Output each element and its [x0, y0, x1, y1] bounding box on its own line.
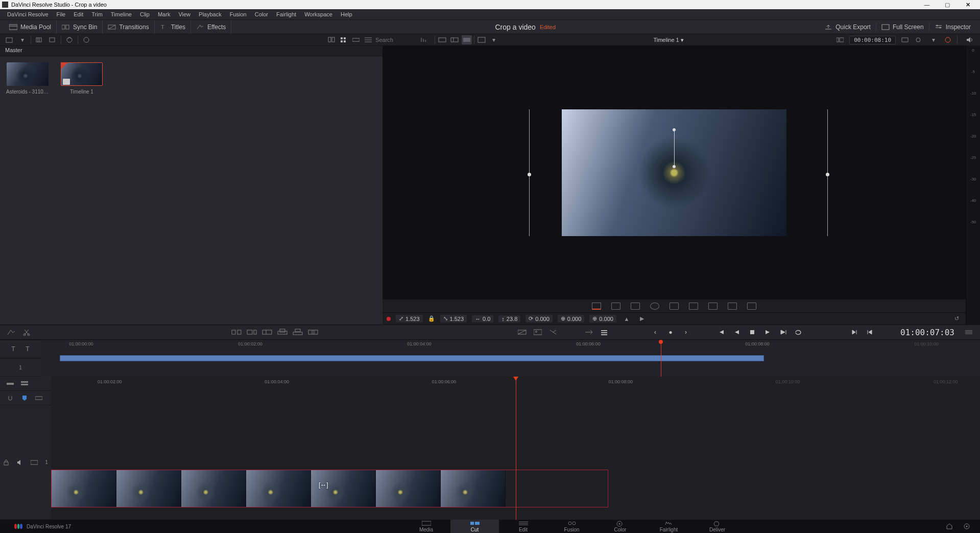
append-icon[interactable] — [247, 328, 257, 337]
reset-icon[interactable]: ↺ — [951, 314, 962, 323]
home-icon[interactable] — [944, 522, 954, 531]
anchor-y-field[interactable]: ⊕0.000 — [589, 315, 616, 322]
flag-icon[interactable] — [34, 393, 44, 403]
search-input[interactable] — [375, 37, 416, 43]
upper-playhead[interactable] — [661, 340, 661, 377]
nav-prev-icon[interactable]: ‹ — [650, 328, 660, 336]
timeline-mode-icon[interactable] — [5, 379, 15, 388]
page-tab-media[interactable]: Media — [402, 520, 450, 533]
full-screen-button[interactable]: Full Screen — [876, 24, 929, 31]
marker-icon[interactable] — [19, 393, 30, 403]
tools-icon[interactable] — [599, 328, 609, 337]
menu-mark[interactable]: Mark — [154, 9, 174, 19]
crop-handle-right[interactable] — [827, 109, 828, 236]
bin-path[interactable]: Master — [0, 46, 383, 56]
media-pool-button[interactable]: Media Pool — [4, 20, 57, 34]
tools-composite-icon[interactable] — [650, 303, 659, 310]
thumbnail-view-icon[interactable] — [339, 35, 349, 44]
text-tool-2-icon[interactable]: T — [22, 344, 33, 354]
crop-top-handle[interactable] — [673, 128, 676, 131]
list-view-icon[interactable] — [363, 35, 373, 44]
sort-icon[interactable] — [418, 35, 428, 44]
timeline-view-2-icon[interactable] — [19, 379, 30, 388]
flip-h-icon[interactable]: ▲ — [622, 314, 632, 323]
first-frame-button[interactable] — [716, 328, 727, 336]
play-button[interactable] — [762, 328, 773, 336]
text-tool-icon[interactable]: T — [8, 344, 18, 354]
video-track-icon[interactable] — [31, 458, 38, 467]
track-header-upper[interactable]: 1 — [0, 358, 41, 377]
zoom-y-field[interactable]: ⤡1.523 — [440, 315, 467, 322]
close-up-icon[interactable] — [277, 328, 288, 337]
loop-button[interactable] — [793, 328, 803, 336]
split-clip-icon[interactable] — [21, 328, 32, 337]
crop-handle-left[interactable] — [529, 109, 530, 236]
tools-speed-icon[interactable] — [670, 303, 679, 310]
menu-clip[interactable]: Clip — [136, 9, 154, 19]
menu-workspace[interactable]: Workspace — [300, 9, 337, 19]
lock-icon[interactable] — [3, 458, 9, 467]
clip-item[interactable]: Timeline 1 — [60, 62, 103, 95]
menu-color[interactable]: Color — [251, 9, 272, 19]
tools-lens-icon[interactable] — [708, 303, 718, 310]
cut-icon[interactable] — [548, 328, 558, 337]
sync-clips-icon[interactable] — [584, 328, 594, 337]
close-button[interactable]: ✕ — [958, 2, 978, 8]
jump-prev-button[interactable] — [865, 328, 875, 336]
transition-icon[interactable] — [517, 328, 528, 337]
smart-insert-icon[interactable] — [231, 328, 242, 337]
tools-crop-icon[interactable] — [611, 303, 620, 310]
options-icon[interactable] — [914, 35, 924, 44]
position-x-field[interactable]: ↔0.0 — [472, 315, 493, 322]
tools-dynamic-zoom-icon[interactable] — [631, 303, 640, 310]
ripple-overwrite-icon[interactable] — [262, 328, 272, 337]
anchor-x-field[interactable]: ⊕0.000 — [558, 315, 585, 322]
menu-file[interactable]: File — [53, 9, 70, 19]
bypass-icon[interactable] — [900, 35, 910, 44]
menu-edit[interactable]: Edit — [69, 9, 87, 19]
tools-color-icon[interactable] — [728, 303, 737, 310]
sync-bin-button[interactable]: Sync Bin — [57, 20, 103, 34]
playback-timecode[interactable]: 01:00:07:03 — [900, 328, 954, 337]
titles-button[interactable]: T Titles — [155, 20, 191, 34]
menu-trim[interactable]: Trim — [87, 9, 107, 19]
lower-playhead[interactable] — [516, 377, 516, 520]
video-clip[interactable]: [↔] — [51, 470, 608, 507]
viewer-timecode[interactable]: 00:00:08:10 — [849, 36, 896, 44]
safe-area-icon[interactable] — [476, 35, 487, 44]
play-reverse-button[interactable] — [732, 328, 742, 336]
import-folder-icon[interactable]: ▾ — [17, 35, 28, 44]
page-tab-fusion[interactable]: Fusion — [547, 520, 596, 533]
place-on-top-icon[interactable] — [293, 328, 303, 337]
bin-view-icon[interactable] — [34, 35, 44, 44]
quick-export-button[interactable]: Quick Export — [819, 24, 876, 31]
tools-transform-icon[interactable] — [592, 303, 601, 310]
upper-timeline-canvas[interactable]: 01:00:00:00 01:00:02:00 01:00:04:00 01:0… — [41, 340, 980, 377]
page-tab-color[interactable]: Color — [596, 520, 644, 533]
timeline-options-icon[interactable] — [964, 328, 974, 337]
page-tab-cut[interactable]: Cut — [450, 520, 499, 533]
speaker-icon[interactable] — [965, 35, 975, 44]
bin-list-icon[interactable] — [47, 35, 58, 44]
menu-timeline[interactable]: Timeline — [107, 9, 136, 19]
source-overwrite-icon[interactable] — [308, 328, 318, 337]
zoom-x-field[interactable]: ⤢1.523 — [396, 315, 423, 322]
stop-button[interactable] — [747, 328, 757, 336]
resolve-fx-icon[interactable] — [81, 35, 91, 44]
crop-center-handle[interactable] — [673, 165, 676, 168]
nav-next-icon[interactable]: › — [681, 328, 691, 336]
timeline-view-icon[interactable] — [462, 35, 472, 44]
menu-davinci-resolve[interactable]: DaVinci Resolve — [3, 9, 53, 19]
nav-dot-icon[interactable]: ● — [665, 328, 676, 336]
clip-item[interactable]: Asteroids - 31105... — [6, 62, 49, 95]
strip-view-icon[interactable] — [351, 35, 361, 44]
rotation-field[interactable]: ⟳0.000 — [525, 315, 553, 322]
dropdown-2-icon[interactable]: ▾ — [928, 35, 939, 44]
position-y-field[interactable]: ↕23.8 — [498, 315, 520, 322]
tools-stabilize-icon[interactable] — [689, 303, 698, 310]
inspector-button[interactable]: Inspector — [929, 24, 976, 31]
metadata-view-icon[interactable] — [326, 35, 337, 44]
boring-detector-icon[interactable] — [6, 328, 16, 337]
project-settings-icon[interactable] — [962, 522, 972, 531]
jump-next-button[interactable] — [849, 328, 859, 336]
